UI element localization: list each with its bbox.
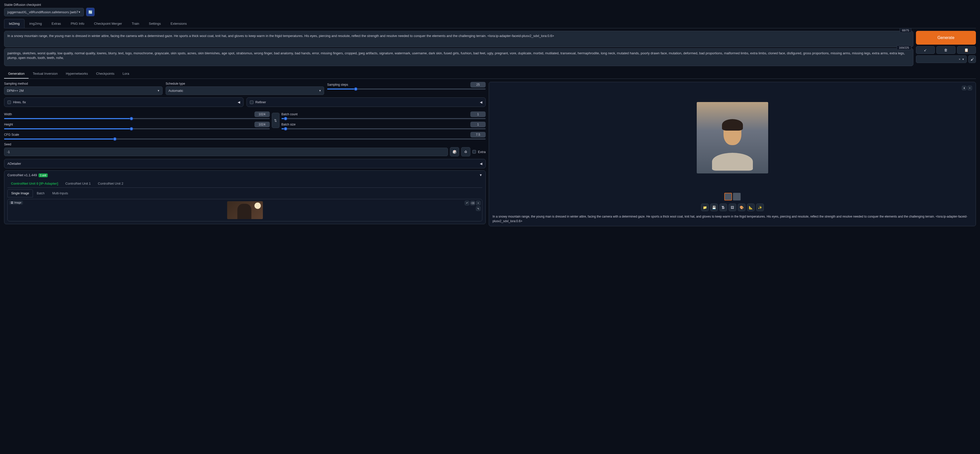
dice-icon: 🎲	[452, 150, 457, 154]
tab-txt2img[interactable]: txt2img	[4, 19, 24, 28]
hires-fix-checkbox[interactable]	[7, 100, 11, 104]
arrow-button[interactable]: ↙	[916, 46, 935, 54]
reuse-seed-button[interactable]: ♻	[461, 147, 470, 156]
batch-size-value[interactable]: 1	[470, 122, 486, 127]
controlnet-image-drop[interactable]: 🖼Image ↶ ⌫ × ✎	[7, 199, 482, 221]
sampling-method-label: Sampling method	[4, 82, 162, 86]
send-inpaint-button[interactable]: 🎨	[738, 203, 746, 211]
close-icon: ×	[969, 87, 970, 89]
chevron-down-icon: ▼	[157, 89, 160, 92]
tab-checkpoint-merger[interactable]: Checkpoint Merger	[89, 19, 127, 28]
tab-train[interactable]: Train	[127, 19, 144, 28]
cn-tab-unit1[interactable]: ControlNet Unit 1	[62, 179, 94, 187]
undo-button[interactable]: ↶	[465, 201, 469, 205]
subtab-lora[interactable]: Lora	[118, 69, 133, 79]
neg-prompt-input[interactable]: paintings, sketches, worst quality, low …	[4, 48, 913, 66]
cn-subtab-batch[interactable]: Batch	[33, 189, 48, 197]
width-value[interactable]: 1024	[255, 111, 270, 117]
checkpoint-select[interactable]: juggernautXL_v8Rundiffusion.safetensors …	[4, 8, 84, 16]
paste-button[interactable]: 📋	[957, 46, 976, 54]
prompt-input[interactable]: In a snowy mountain range, the young man…	[4, 31, 913, 47]
adetailer-accordion[interactable]: ADetailer ◀	[7, 162, 482, 165]
refresh-icon: 🔄	[88, 10, 92, 14]
close-icon[interactable]: ×	[959, 58, 960, 61]
save-button[interactable]: 💾	[710, 203, 718, 211]
clear-button[interactable]: 🗑	[936, 46, 955, 54]
schedule-type-select[interactable]: Automatic▼	[165, 86, 324, 95]
batch-count-slider[interactable]	[282, 118, 486, 119]
cn-tab-unit0[interactable]: ControlNet Unit 0 [IP-Adapter]	[7, 179, 62, 187]
main-tabs: txt2img img2img Extras PNG Info Checkpoi…	[4, 19, 976, 28]
image-icon: 🖼	[11, 201, 13, 204]
extra-label: Extra	[478, 150, 486, 154]
chevron-down-icon: ▼	[962, 58, 964, 61]
sampling-steps-slider[interactable]	[327, 89, 486, 89]
download-button[interactable]: ⬇	[962, 86, 966, 90]
output-thumb-2[interactable]	[733, 193, 741, 200]
recycle-icon: ♻	[464, 150, 467, 154]
zip-button[interactable]: 🗜	[719, 203, 727, 211]
height-slider[interactable]	[4, 128, 270, 129]
width-label: Width	[4, 113, 12, 116]
width-slider[interactable]	[4, 118, 270, 119]
triangle-down-icon: ▼	[479, 173, 482, 177]
trash-icon: 🗑	[944, 48, 948, 52]
cfg-value[interactable]: 7.5	[470, 132, 486, 138]
hires-fix-toggle[interactable]: Hires. fix ◀	[4, 97, 243, 107]
cn-tab-unit2[interactable]: ControlNet Unit 2	[94, 179, 127, 187]
refiner-toggle[interactable]: Refiner ◀	[247, 97, 486, 107]
tab-pnginfo[interactable]: PNG Info	[66, 19, 89, 28]
tab-img2img[interactable]: img2img	[24, 19, 47, 28]
refiner-checkbox[interactable]	[250, 100, 253, 104]
neg-prompt-counter: 169/225	[897, 45, 912, 50]
checkpoint-label: Stable Diffusion checkpoint	[4, 3, 976, 6]
open-folder-button[interactable]: 📁	[701, 203, 709, 211]
tab-settings[interactable]: Settings	[144, 19, 165, 28]
batch-count-value[interactable]: 1	[470, 111, 486, 117]
style-select[interactable]: × ▼	[916, 56, 967, 63]
sampling-steps-label: Sampling steps	[327, 83, 348, 86]
close-output-button[interactable]: ×	[967, 86, 972, 90]
random-seed-button[interactable]: 🎲	[450, 147, 459, 156]
output-image[interactable]	[697, 102, 768, 173]
cn-subtab-multi[interactable]: Multi-Inputs	[48, 189, 72, 197]
triangle-left-icon: ◀	[480, 162, 482, 165]
send-extras-button[interactable]: 📐	[747, 203, 755, 211]
extra-checkbox[interactable]	[473, 150, 476, 154]
apply-style-button[interactable]: 🖌	[968, 56, 976, 63]
batch-size-slider[interactable]	[282, 128, 486, 129]
subtab-hypernetworks[interactable]: Hypernetworks	[62, 69, 92, 79]
triangle-left-icon: ◀	[480, 100, 482, 104]
sampling-method-select[interactable]: DPM++ 2M▼	[4, 86, 162, 95]
generate-button[interactable]: Generate	[916, 31, 976, 44]
save-icon: 💾	[712, 206, 716, 210]
cn-subtab-single[interactable]: Single Image	[7, 189, 33, 197]
erase-icon: ⌫	[471, 202, 474, 205]
schedule-type-label: Schedule type	[165, 82, 324, 86]
tab-extensions[interactable]: Extensions	[165, 19, 192, 28]
image-label: 🖼Image	[9, 201, 23, 205]
refresh-checkpoint-button[interactable]: 🔄	[86, 8, 95, 16]
height-value[interactable]: 1024	[255, 122, 270, 127]
cfg-slider[interactable]	[4, 138, 486, 140]
sampling-steps-value[interactable]: 25	[470, 82, 486, 87]
folder-icon: 📁	[703, 206, 707, 210]
controlnet-preview-image	[227, 201, 263, 219]
upscale-button[interactable]: ✨	[756, 203, 764, 211]
remove-image-button[interactable]: ×	[476, 201, 480, 205]
cfg-label: CFG Scale	[4, 133, 19, 137]
output-thumb-1[interactable]	[724, 193, 732, 200]
subtab-textual-inversion[interactable]: Textual Inversion	[29, 69, 62, 79]
prompt-counter: 68/75	[900, 28, 912, 33]
subtab-checkpoints[interactable]: Checkpoints	[92, 69, 119, 79]
swap-dimensions-button[interactable]: ⇅	[272, 113, 280, 128]
palette-icon: 🎨	[740, 206, 744, 210]
controlnet-accordion[interactable]: ControlNet v1.1.4491 unit ▼	[7, 173, 482, 177]
generation-subtabs: Generation Textual Inversion Hypernetwor…	[4, 69, 976, 79]
seed-input[interactable]: -1	[4, 148, 448, 156]
edit-button[interactable]: ✎	[476, 206, 480, 211]
subtab-generation[interactable]: Generation	[4, 69, 29, 79]
send-img2img-button[interactable]: 🖼	[729, 203, 736, 211]
erase-button[interactable]: ⌫	[470, 201, 475, 205]
tab-extras[interactable]: Extras	[47, 19, 66, 28]
